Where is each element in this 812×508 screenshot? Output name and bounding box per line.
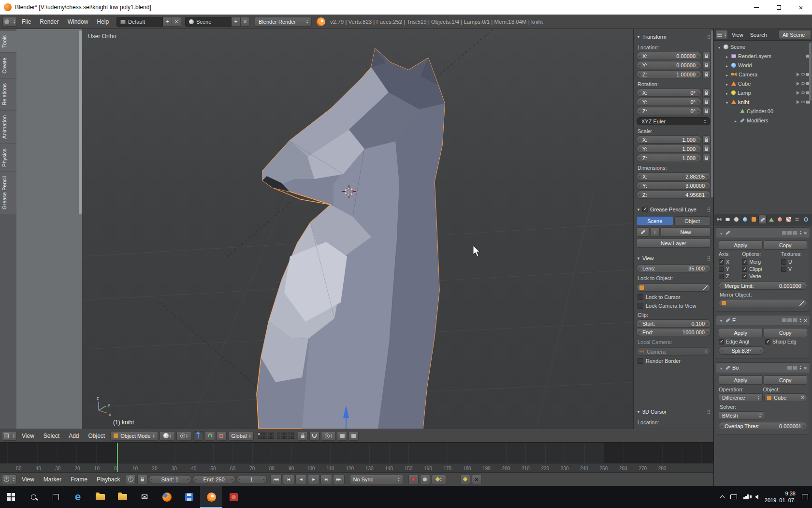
timeline-menu-marker[interactable]: Marker <box>40 476 65 483</box>
tray-network-icon[interactable] <box>743 494 749 499</box>
timeline-editor-selector[interactable] <box>2 475 16 484</box>
task-view-button[interactable] <box>44 486 67 508</box>
timeline-ruler[interactable]: -50 -40 -30 -20 -10 0 10 20 30 40 50 60 … <box>0 442 713 472</box>
tab-particles[interactable] <box>793 215 801 224</box>
tray-display-icon[interactable] <box>730 494 737 499</box>
visibility-toggle-icon[interactable] <box>801 82 805 85</box>
tray-caret-icon[interactable] <box>720 495 725 500</box>
rotation-y-field[interactable]: Y:0° <box>637 98 701 106</box>
outliner-scrollbar[interactable] <box>809 43 812 101</box>
solver-dropdown[interactable]: BMesh <box>719 411 764 420</box>
view3d-menu-select[interactable]: Select <box>40 433 63 439</box>
timeline-menu-frame[interactable]: Frame <box>67 476 91 483</box>
tab-scene[interactable] <box>732 215 740 224</box>
local-camera-field[interactable]: Camera <box>637 347 710 356</box>
merge-limit-field[interactable]: Merge Limit:0.001000 <box>719 282 807 290</box>
tab-material[interactable] <box>776 215 784 224</box>
tab-texture[interactable] <box>784 215 793 224</box>
delete-modifier-icon[interactable] <box>803 365 807 371</box>
add-scene-button[interactable] <box>232 17 241 27</box>
lock-camera-checkbox[interactable] <box>638 303 643 309</box>
auto-keyframe-button[interactable] <box>420 475 430 484</box>
next-keyframe-button[interactable] <box>320 475 332 484</box>
floppy-app-button[interactable] <box>178 486 200 508</box>
outliner-row-cylinder[interactable]: Cylinder.00 <box>714 106 812 116</box>
pivot-dropdown[interactable] <box>176 431 192 441</box>
expand-icon[interactable] <box>717 44 722 50</box>
expand-icon[interactable] <box>725 53 729 59</box>
cursor-3d-panel-header[interactable]: 3D Cursor <box>637 408 710 416</box>
render-border-checkbox[interactable] <box>638 358 643 364</box>
delete-modifier-icon[interactable] <box>803 317 807 324</box>
translate-manipulator-button[interactable] <box>193 431 203 441</box>
visibility-toggle-icon[interactable] <box>801 91 805 94</box>
texture-u-checkbox[interactable] <box>781 259 786 265</box>
lock-icon[interactable] <box>702 52 710 60</box>
blender-taskbar-button[interactable] <box>200 486 222 508</box>
expand-icon[interactable] <box>725 99 729 105</box>
scene-dropdown[interactable]: Scene <box>185 17 232 27</box>
tab-physics[interactable]: Physics <box>0 144 16 171</box>
move-modifier-icons[interactable] <box>799 230 801 235</box>
orientation-dropdown[interactable]: Global <box>228 431 254 441</box>
folder-button[interactable] <box>111 486 133 508</box>
sharp-edges-checkbox[interactable] <box>765 339 770 344</box>
menu-file[interactable]: File <box>18 18 35 25</box>
location-x-field[interactable]: X:0.00000 <box>637 52 701 60</box>
expand-icon[interactable] <box>733 118 738 123</box>
view3d-menu-object[interactable]: Object <box>85 433 109 439</box>
outliner-row-renderlayers[interactable]: RenderLayers <box>714 51 812 60</box>
mirror-object-field[interactable] <box>719 299 807 307</box>
lock-icon[interactable] <box>702 107 710 115</box>
lock-icon[interactable] <box>702 70 710 78</box>
insert-keyframe-button[interactable] <box>460 475 470 484</box>
view3d-menu-add[interactable]: Add <box>65 433 83 439</box>
edge-angle-checkbox[interactable] <box>719 339 724 344</box>
tab-modifiers[interactable] <box>758 215 767 224</box>
boolean-object-field[interactable]: Cube <box>764 393 807 402</box>
tab-render-layers[interactable] <box>724 215 732 224</box>
add-screen-button[interactable] <box>163 17 172 27</box>
operation-dropdown[interactable]: Difference <box>719 393 763 402</box>
scale-x-field[interactable]: X:1.000 <box>637 135 701 144</box>
minimize-button[interactable] <box>745 0 768 15</box>
location-y-field[interactable]: Y:0.00000 <box>637 61 701 69</box>
rotation-z-field[interactable]: Z:0° <box>637 107 701 115</box>
drag-dots-icon[interactable] <box>707 34 710 39</box>
grease-pencil-panel-header[interactable]: Grease Pencil Laye <box>637 206 710 213</box>
vertex-groups-checkbox[interactable] <box>742 274 747 279</box>
play-button[interactable] <box>308 475 319 484</box>
grease-pencil-checkbox[interactable] <box>642 207 648 212</box>
start-button[interactable] <box>0 486 22 508</box>
gp-draw-button[interactable] <box>637 227 649 237</box>
axis-y-checkbox[interactable] <box>719 267 724 272</box>
lock-to-object-field[interactable] <box>637 284 710 292</box>
editor-type-selector[interactable] <box>2 17 17 27</box>
tray-volume-icon[interactable] <box>755 494 758 499</box>
render-engine-dropdown[interactable]: Blender Render <box>255 17 312 27</box>
axis-z-checkbox[interactable] <box>719 274 724 279</box>
lock-icon[interactable] <box>702 89 710 97</box>
location-z-field[interactable]: Z:1.00000 <box>637 70 701 78</box>
gp-new-layer-button[interactable]: New Layer <box>637 239 710 248</box>
gp-object-tab[interactable]: Object <box>674 216 711 225</box>
edge-taskbar-button[interactable] <box>67 486 89 508</box>
timeline-menu-playback[interactable]: Playback <box>93 476 124 483</box>
delete-keyframe-button[interactable] <box>472 475 482 484</box>
delete-scene-button[interactable] <box>241 17 250 27</box>
outliner-row-scene[interactable]: Scene <box>714 42 812 51</box>
gp-scene-tab[interactable]: Scene <box>637 216 673 225</box>
jump-to-end-button[interactable] <box>333 475 345 484</box>
selectable-toggle-icon[interactable] <box>797 73 799 76</box>
outliner-row-modifiers[interactable]: Modifiers <box>714 116 812 125</box>
n-panel-scrollbar[interactable] <box>711 30 713 197</box>
expand-icon[interactable] <box>725 81 729 87</box>
dimensions-x-field[interactable]: X:2.88205 <box>637 172 710 180</box>
copy-button[interactable]: Copy <box>764 375 808 385</box>
expand-icon[interactable] <box>725 62 729 68</box>
visibility-toggle-icon[interactable] <box>801 73 805 75</box>
view-panel-header[interactable]: View <box>637 254 710 262</box>
dimensions-z-field[interactable]: Z:4.95681 <box>637 191 710 199</box>
render-opengl-button[interactable] <box>337 431 347 441</box>
close-button[interactable] <box>790 0 812 15</box>
